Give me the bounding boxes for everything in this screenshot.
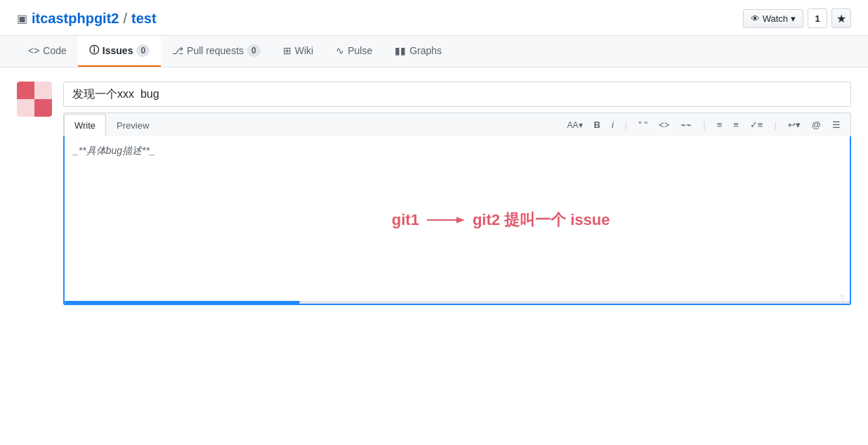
tab-graphs-label: Graphs [409,45,442,56]
page-header: ▣ itcastphpgit2 / test 👁 Watch ▾ 1 ★ [0,0,868,36]
repo-name[interactable]: test [131,11,157,27]
tab-code[interactable]: <> Code [17,36,78,67]
code-icon[interactable]: <> [656,118,672,131]
header-actions: 👁 Watch ▾ 1 ★ [743,8,851,28]
scrollbar-thumb [65,301,300,304]
watch-button[interactable]: 👁 Watch ▾ [743,9,803,28]
repo-title: ▣ itcastphpgit2 / test [17,11,157,27]
eye-icon: 👁 [751,13,760,24]
italic-icon[interactable]: i [609,118,617,131]
scrollbar[interactable] [65,301,850,304]
tab-code-label: Code [43,45,66,56]
issues-badge: 0 [136,44,150,57]
issue-form: Write Preview AA▾ B i | " " <> ⌁⌁ | ≡ ≡ … [63,82,851,305]
editor-toolbar: Write Preview AA▾ B i | " " <> ⌁⌁ | ≡ ≡ … [63,112,851,136]
star-button[interactable]: ★ [831,8,851,28]
bold-icon[interactable]: B [591,118,603,131]
tab-graphs[interactable]: ▮▮ Graphs [383,36,453,67]
issue-title-input[interactable] [63,82,851,107]
graphs-icon: ▮▮ [395,45,406,56]
user-avatar [17,82,52,117]
reference-icon[interactable]: ☰ [829,118,843,131]
tab-issues-label: Issues [103,45,133,56]
watch-label: Watch [763,13,788,24]
heading-icon[interactable]: AA▾ [565,119,586,131]
toolbar-icons: AA▾ B i | " " <> ⌁⌁ | ≡ ≡ ✓≡ | ↩▾ @ ☰ [558,118,850,131]
pulse-icon: ∿ [336,45,344,56]
toolbar-tabs: Write Preview [64,113,159,136]
repo-separator: / [123,11,127,27]
code-icon: <> [28,45,39,56]
write-tab[interactable]: Write [64,114,106,137]
tab-pull-requests-label: Pull requests [187,45,244,56]
repo-icon: ▣ [17,12,27,25]
annotation-overlay: git1 git2 提叫一个 issue [392,209,610,231]
svg-marker-1 [456,217,465,224]
ordered-list-icon[interactable]: ≡ [730,118,742,131]
tab-wiki[interactable]: ⊞ Wiki [272,36,324,67]
resize-handle[interactable]: ⠿ [840,294,848,302]
editor-content: _**具体bug描述**_ [73,145,841,157]
unordered-list-icon[interactable]: ≡ [714,118,725,131]
annotation-right: git2 提叫一个 issue [473,209,610,231]
tab-pulse[interactable]: ∿ Pulse [324,36,383,67]
preview-tab[interactable]: Preview [106,113,159,136]
tab-wiki-label: Wiki [295,45,313,56]
main-content: Write Preview AA▾ B i | " " <> ⌁⌁ | ≡ ≡ … [0,67,868,319]
watch-count[interactable]: 1 [808,8,827,28]
tab-pulse-label: Pulse [348,45,372,56]
separator-1: | [625,120,627,130]
issues-icon: ⓘ [89,44,99,57]
quote-icon[interactable]: " " [636,118,650,131]
pull-requests-badge: 0 [247,44,261,57]
editor-area[interactable]: _**具体bug描述**_ git1 git2 提叫一个 issue ⠿ [63,136,851,305]
reply-icon[interactable]: ↩▾ [785,118,803,131]
tab-nav: <> Code ⓘ Issues 0 ⎇ Pull requests 0 ⊞ W… [0,36,868,67]
tab-issues[interactable]: ⓘ Issues 0 [78,36,161,67]
task-list-icon[interactable]: ✓≡ [747,118,766,131]
link-icon[interactable]: ⌁⌁ [678,118,695,131]
annotation-arrow [425,212,467,228]
separator-3: | [774,120,776,130]
wiki-icon: ⊞ [283,45,291,56]
mention-icon[interactable]: @ [809,118,824,131]
dropdown-icon: ▾ [791,13,796,24]
annotation-left: git1 [392,211,419,229]
separator-2: | [703,120,705,130]
tab-pull-requests[interactable]: ⎇ Pull requests 0 [161,36,272,67]
avatar-image [17,82,52,117]
star-icon: ★ [836,12,846,25]
pull-requests-icon: ⎇ [172,45,183,56]
repo-owner-link[interactable]: itcastphpgit2 [32,11,119,27]
